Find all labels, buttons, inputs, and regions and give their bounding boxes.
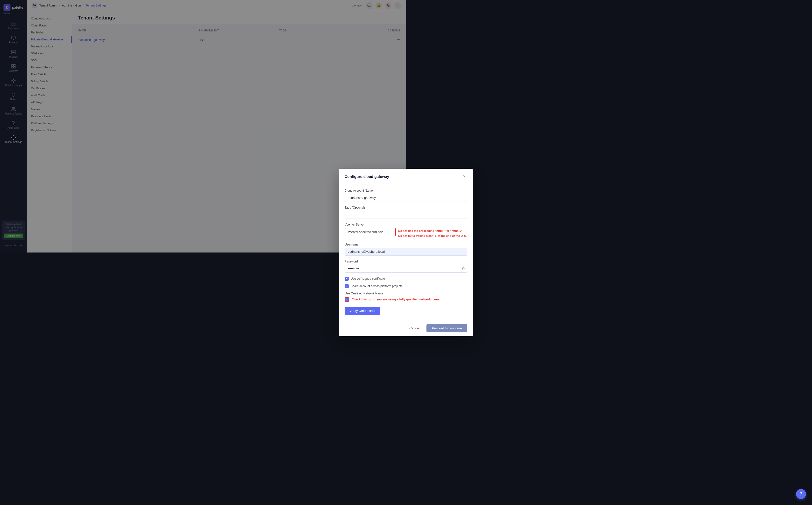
tags-group: Tags (Optional)	[345, 206, 406, 219]
modal-title: Configure cloud gateway	[345, 174, 389, 179]
configure-cloud-gateway-modal: Configure cloud gateway × Cloud Account …	[339, 169, 406, 252]
vcenter-warning-box: Do not use the preceeding "http://" or "…	[398, 228, 406, 239]
vcenter-row: Do not use the preceeding "http://" or "…	[345, 228, 406, 239]
tags-input[interactable]	[345, 211, 406, 219]
cloud-account-name-group: Cloud Account Name	[345, 189, 406, 202]
cloud-account-name-input[interactable]	[345, 194, 406, 202]
vcenter-server-label: Vcenter Server	[345, 223, 406, 226]
username-group: Username	[345, 243, 406, 252]
tags-label: Tags (Optional)	[345, 206, 406, 209]
username-input[interactable]	[345, 248, 406, 252]
vcenter-input-wrap	[345, 228, 396, 236]
username-label: Username	[345, 243, 406, 246]
cloud-account-name-label: Cloud Account Name	[345, 189, 406, 192]
vcenter-server-input[interactable]	[345, 228, 396, 236]
vcenter-warning-line2: Do not put a trailing slash `/` at the e…	[398, 234, 406, 238]
vcenter-warning-line1: Do not use the preceeding "http://" or "…	[398, 229, 406, 233]
modal-body: Cloud Account Name Tags (Optional) Vcent…	[339, 184, 406, 252]
modal-overlay: Configure cloud gateway × Cloud Account …	[0, 0, 406, 252]
modal-header: Configure cloud gateway ×	[339, 169, 406, 184]
vcenter-server-group: Vcenter Server Do not use the preceeding…	[345, 223, 406, 239]
